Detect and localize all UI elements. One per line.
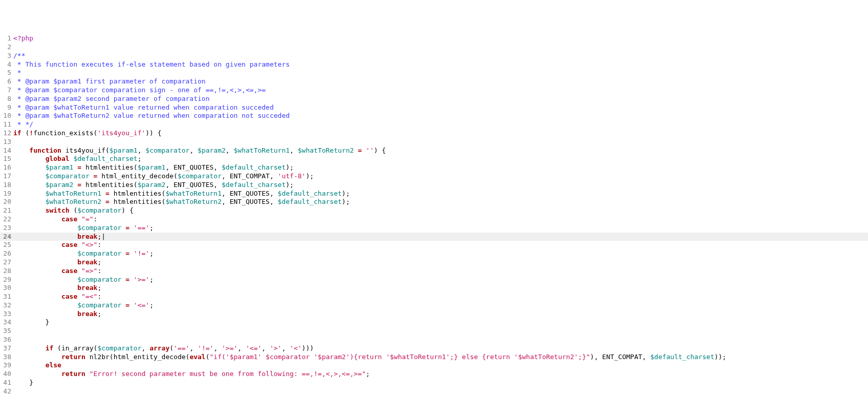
code-line[interactable]: 11 * */ — [0, 120, 868, 129]
code-token: * @param $whatToReturn2 value returned w… — [13, 112, 290, 119]
line-number: 14 — [0, 147, 13, 155]
code-token: = — [105, 198, 110, 205]
line-number: 20 — [0, 198, 13, 206]
code-line[interactable]: 21 switch ($comparator) { — [0, 206, 868, 215]
code-token: htmlentities( — [110, 190, 166, 197]
code-line[interactable]: 19 $whatToReturn1 = htmlentities($whatTo… — [0, 190, 868, 198]
code-token — [13, 147, 29, 154]
line-number: 23 — [0, 224, 13, 233]
line-number: 19 — [0, 190, 13, 198]
code-token: $default_charset — [278, 190, 342, 197]
line-number: 11 — [0, 120, 13, 129]
code-line[interactable]: 20 $whatToReturn2 = htmlentities($whatTo… — [0, 198, 868, 206]
code-token — [129, 224, 134, 232]
code-line[interactable]: 17 $comparator = html_entity_decode($com… — [0, 172, 868, 181]
code-line[interactable]: 27 break; — [0, 258, 868, 267]
code-line[interactable]: 30 break; — [0, 284, 868, 293]
code-line[interactable]: 6 * @param $param1 first parameter of co… — [0, 77, 868, 86]
code-line[interactable]: 5 * — [0, 69, 868, 77]
code-line[interactable]: 41 } — [0, 379, 868, 387]
code-line[interactable]: 15 global $default_charset; — [0, 155, 868, 163]
code-token: , — [226, 147, 234, 154]
code-token: ( — [21, 129, 30, 137]
code-token: '>' — [270, 344, 281, 352]
code-token: ; — [149, 276, 154, 283]
code-token: html_entity_decode( — [97, 172, 178, 180]
code-line[interactable]: 33 break; — [0, 310, 868, 319]
code-line[interactable]: 37 if (in_array($comparator, array('==',… — [0, 344, 868, 353]
code-token: ); — [306, 172, 314, 180]
line-number: 9 — [0, 103, 13, 112]
code-line[interactable]: 8 * @param $param2 second parameter of c… — [0, 95, 868, 103]
code-token — [77, 293, 81, 300]
code-line[interactable]: 40 return "Error! second parameter must … — [0, 370, 868, 379]
code-token: $comparator — [46, 172, 90, 180]
code-token — [101, 198, 105, 205]
code-token — [13, 361, 46, 369]
code-line[interactable]: 38 return nl2br(html_entity_decode(eval(… — [0, 353, 868, 362]
code-line[interactable]: 42 — [0, 387, 868, 396]
code-line[interactable]: 22 case "=": — [0, 215, 868, 224]
code-token: function — [29, 147, 61, 154]
code-line[interactable]: 10 * @param $whatToReturn2 value returne… — [0, 112, 868, 120]
code-line[interactable]: 39 else — [0, 361, 868, 370]
code-line[interactable]: 16 $param1 = htmlentities($param1, ENT_Q… — [0, 163, 868, 172]
code-token: 'utf-8' — [278, 172, 306, 180]
code-token: case — [61, 293, 77, 300]
code-token: )) { — [145, 129, 161, 137]
code-token: case — [61, 241, 77, 248]
code-token: * @param $param1 first parameter of comp… — [13, 77, 206, 85]
code-token: break — [77, 284, 97, 291]
code-line[interactable]: 23 $comparator = '=='; — [0, 224, 868, 233]
code-token: htmlentities( — [81, 181, 138, 189]
code-line[interactable]: 3/** — [0, 52, 868, 60]
code-line[interactable]: 31 case "=<": — [0, 293, 868, 301]
code-line[interactable]: 2 — [0, 43, 868, 52]
code-token: its4you_if( — [61, 147, 110, 154]
code-line[interactable]: 9 * @param $whatToReturn1 value returned… — [0, 103, 868, 112]
code-token: case — [61, 215, 77, 223]
code-line[interactable]: 18 $param2 = htmlentities($param2, ENT_Q… — [0, 181, 868, 190]
code-line[interactable]: 12if (!function_exists('its4you_if')) { — [0, 129, 868, 138]
code-token — [85, 370, 90, 378]
code-token: break — [77, 233, 97, 240]
code-token: break — [77, 258, 97, 266]
code-token: ; — [138, 155, 142, 162]
code-token: if — [13, 129, 21, 137]
code-line[interactable]: 24 break;| — [0, 233, 868, 241]
code-token — [13, 181, 46, 189]
code-line[interactable]: 7 * @param $comparator comparation sign … — [0, 86, 868, 95]
code-token — [13, 198, 46, 205]
code-token — [13, 190, 46, 197]
code-line[interactable]: 29 $comparator = '>='; — [0, 276, 868, 284]
code-editor[interactable]: 1<?php23/**4 * This function executes if… — [0, 34, 868, 396]
code-token: htmlentities( — [110, 198, 166, 205]
code-line[interactable]: 36 — [0, 336, 868, 344]
code-line[interactable]: 26 $comparator = '!='; — [0, 249, 868, 258]
code-line[interactable]: 1<?php — [0, 34, 868, 43]
code-token — [121, 224, 125, 232]
code-token: "Error! second parameter must be one fro… — [90, 370, 366, 378]
code-token — [13, 284, 77, 291]
code-token: '==' — [134, 224, 149, 232]
code-line[interactable]: 25 case "<>": — [0, 241, 868, 249]
code-token — [13, 206, 46, 214]
line-number: 21 — [0, 206, 13, 215]
code-line[interactable]: 14 function its4you_if($param1, $compara… — [0, 147, 868, 155]
line-number: 2 — [0, 43, 13, 52]
code-line[interactable]: 13 — [0, 138, 868, 147]
code-line[interactable]: 34 } — [0, 318, 868, 327]
code-token: ! — [29, 129, 33, 137]
code-line[interactable]: 4 * This function executes if-else state… — [0, 60, 868, 69]
code-token: ) { — [374, 147, 385, 154]
code-token: ; — [149, 224, 154, 232]
code-token: , — [138, 147, 146, 154]
code-area[interactable]: 1<?php23/**4 * This function executes if… — [0, 34, 868, 396]
code-token — [13, 344, 46, 352]
code-token: $whatToReturn1 — [234, 147, 290, 154]
code-token: nl2br(html_entity_decode( — [85, 353, 190, 361]
code-token: <?php — [13, 34, 33, 42]
code-line[interactable]: 28 case "=>": — [0, 267, 868, 276]
code-line[interactable]: 35 — [0, 327, 868, 336]
code-line[interactable]: 32 $comparator = '<='; — [0, 301, 868, 310]
